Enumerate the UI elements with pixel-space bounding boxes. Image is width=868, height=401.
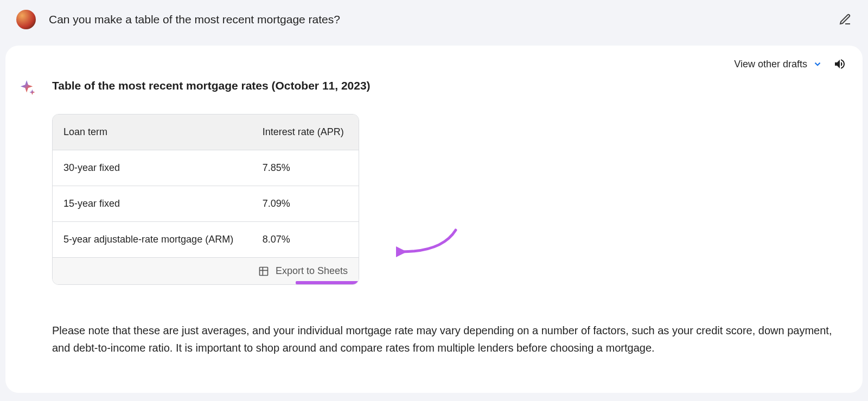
response-card: View other drafts Table of the most re [5,46,863,393]
prompt-text: Can you make a table of the most recent … [49,13,839,26]
rates-table: Loan term Interest rate (APR) 30-year fi… [53,114,359,258]
view-drafts-label: View other drafts [734,59,807,70]
rates-table-container: Loan term Interest rate (APR) 30-year fi… [52,114,359,285]
export-label: Export to Sheets [276,265,348,277]
cell-rate: 7.09% [252,186,359,222]
cell-term: 5-year adjustable-rate mortgage (ARM) [53,222,252,258]
view-other-drafts-button[interactable]: View other drafts [734,59,822,70]
prompt-bar: Can you make a table of the most recent … [0,0,868,39]
table-row: 5-year adjustable-rate mortgage (ARM) 8.… [53,222,359,258]
annotation-underline [296,281,359,284]
header-loan-term: Loan term [53,114,252,150]
response-title: Table of the most recent mortgage rates … [52,79,838,92]
cell-term: 15-year fixed [53,186,252,222]
spreadsheet-icon [258,266,269,277]
chevron-down-icon [813,59,822,69]
cell-term: 30-year fixed [53,150,252,186]
table-row: 30-year fixed 7.85% [53,150,359,186]
card-top-actions: View other drafts [20,55,848,75]
table-header-row: Loan term Interest rate (APR) [53,114,359,150]
avatar [16,10,36,29]
table-row: 15-year fixed 7.09% [53,186,359,222]
sparkle-icon [20,79,36,96]
cell-rate: 7.85% [252,150,359,186]
response-body: Table of the most recent mortgage rates … [20,75,848,357]
speaker-icon[interactable] [833,58,846,71]
response-note: Please note that these are just averages… [52,322,838,357]
export-to-sheets-button[interactable]: Export to Sheets [53,258,359,284]
cell-rate: 8.07% [252,222,359,258]
svg-rect-0 [259,267,267,275]
response-content: Table of the most recent mortgage rates … [52,79,848,357]
header-interest-rate: Interest rate (APR) [252,114,359,150]
edit-icon[interactable] [839,13,852,26]
